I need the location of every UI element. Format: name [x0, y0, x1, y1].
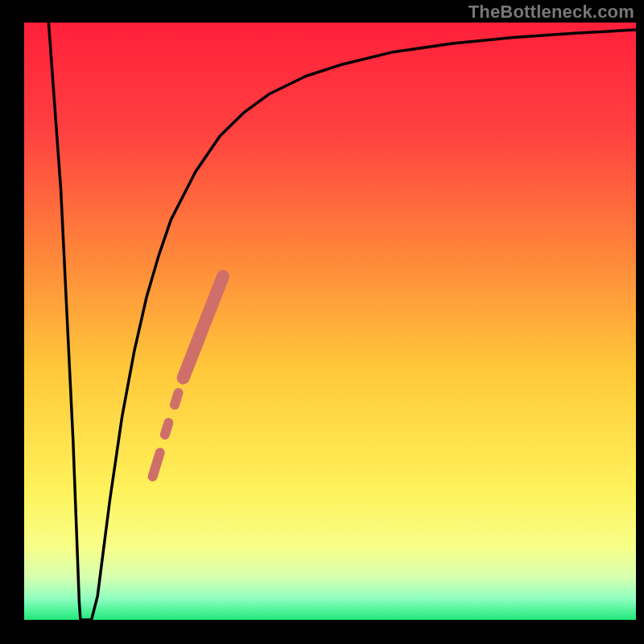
marker-segment [165, 423, 169, 435]
bottleneck-chart [0, 0, 644, 644]
chart-frame: { "watermark": "TheBottleneck.com", "col… [0, 0, 644, 644]
plot-area [24, 23, 636, 620]
marker-segment [175, 393, 179, 405]
